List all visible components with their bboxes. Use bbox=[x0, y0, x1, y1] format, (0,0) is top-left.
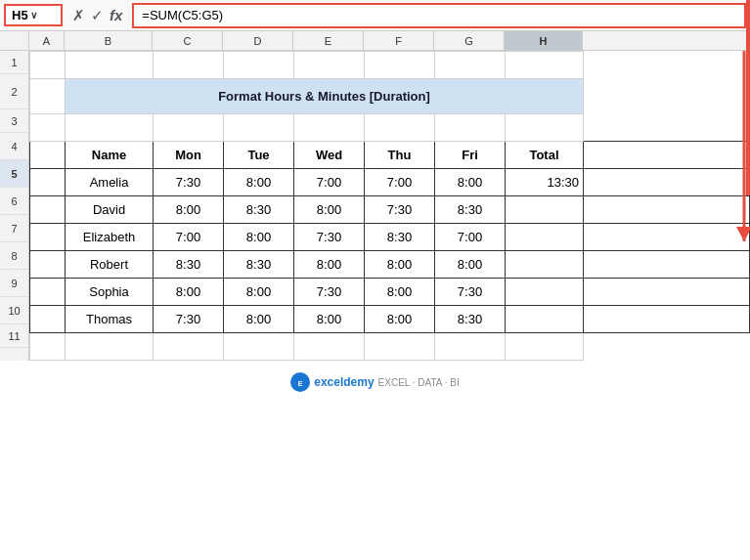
cell-h10[interactable] bbox=[506, 306, 584, 333]
cell-d8[interactable]: 8:30 bbox=[224, 251, 294, 279]
cell-f1[interactable] bbox=[365, 52, 435, 79]
cell-c5[interactable]: 7:30 bbox=[154, 169, 224, 196]
cell-a11[interactable] bbox=[30, 333, 66, 361]
cell-c8[interactable]: 8:30 bbox=[154, 251, 224, 279]
cell-f10[interactable]: 8:00 bbox=[365, 306, 435, 333]
col-header-f[interactable]: F bbox=[364, 31, 434, 50]
col-header-a[interactable]: A bbox=[29, 31, 65, 50]
cell-f4-thu[interactable]: Thu bbox=[365, 142, 435, 169]
cell-rest2 bbox=[584, 79, 750, 114]
fx-icon[interactable]: fx bbox=[110, 7, 122, 23]
cell-c1[interactable] bbox=[154, 52, 224, 79]
cell-d3[interactable] bbox=[224, 114, 294, 142]
cell-b2-title[interactable]: Format Hours & Minutes [Duration] bbox=[66, 79, 584, 114]
cell-f8[interactable]: 8:00 bbox=[365, 251, 435, 279]
cell-d7[interactable]: 8:00 bbox=[224, 224, 294, 251]
cell-a5[interactable] bbox=[30, 169, 66, 196]
cell-c7[interactable]: 7:00 bbox=[154, 224, 224, 251]
cell-g4-fri[interactable]: Fri bbox=[435, 142, 506, 169]
cell-g8[interactable]: 8:00 bbox=[435, 251, 506, 279]
cell-g10[interactable]: 8:30 bbox=[435, 306, 506, 333]
cell-f7[interactable]: 8:30 bbox=[365, 224, 435, 251]
cell-a3[interactable] bbox=[30, 114, 66, 142]
cell-a7[interactable] bbox=[30, 224, 66, 251]
cell-h11[interactable] bbox=[506, 333, 584, 361]
cell-e7[interactable]: 7:30 bbox=[294, 224, 365, 251]
cell-g7[interactable]: 7:00 bbox=[435, 224, 506, 251]
cell-d1[interactable] bbox=[224, 52, 294, 79]
cell-h8[interactable] bbox=[506, 251, 584, 279]
cell-a9[interactable] bbox=[30, 279, 66, 306]
col-header-g[interactable]: G bbox=[434, 31, 505, 50]
cell-b7[interactable]: Elizabeth bbox=[66, 224, 154, 251]
cell-e4-wed[interactable]: Wed bbox=[294, 142, 365, 169]
col-header-h[interactable]: H bbox=[505, 31, 583, 50]
cell-d5[interactable]: 8:00 bbox=[224, 169, 294, 196]
cell-b6[interactable]: David bbox=[66, 196, 154, 224]
cell-a8[interactable] bbox=[30, 251, 66, 279]
cell-c10[interactable]: 7:30 bbox=[154, 306, 224, 333]
col-header-e[interactable]: E bbox=[293, 31, 364, 50]
cell-e1[interactable] bbox=[294, 52, 365, 79]
cell-d6[interactable]: 8:30 bbox=[224, 196, 294, 224]
col-header-d[interactable]: D bbox=[223, 31, 293, 50]
cell-h1[interactable] bbox=[506, 52, 584, 79]
cell-f5[interactable]: 7:00 bbox=[365, 169, 435, 196]
cell-e9[interactable]: 7:30 bbox=[294, 279, 365, 306]
cell-h5-total-amelia[interactable]: 13:30 bbox=[506, 169, 584, 196]
cancel-icon[interactable]: ✗ bbox=[72, 7, 85, 24]
cell-h3[interactable] bbox=[506, 114, 584, 142]
cell-c4-mon[interactable]: Mon bbox=[154, 142, 224, 169]
cell-h7[interactable] bbox=[506, 224, 584, 251]
cell-a2[interactable] bbox=[30, 79, 66, 114]
cell-b10[interactable]: Thomas bbox=[66, 306, 154, 333]
cell-d11[interactable] bbox=[224, 333, 294, 361]
cell-c6[interactable]: 8:00 bbox=[154, 196, 224, 224]
cell-e3[interactable] bbox=[294, 114, 365, 142]
cell-reference-box[interactable]: H5 ∨ bbox=[4, 4, 63, 26]
cell-g6[interactable]: 8:30 bbox=[435, 196, 506, 224]
cell-d10[interactable]: 8:00 bbox=[224, 306, 294, 333]
cell-b9[interactable]: Sophia bbox=[66, 279, 154, 306]
grid-area: Format Hours & Minutes [Duration] bbox=[29, 51, 750, 361]
cell-h4-total[interactable]: Total bbox=[506, 142, 584, 169]
cell-g1[interactable] bbox=[435, 52, 506, 79]
cell-f11[interactable] bbox=[365, 333, 435, 361]
cell-g5[interactable]: 8:00 bbox=[435, 169, 506, 196]
cell-b3[interactable] bbox=[66, 114, 154, 142]
confirm-icon[interactable]: ✓ bbox=[91, 7, 104, 24]
formula-content-box[interactable]: =SUM(C5:G5) bbox=[132, 3, 746, 28]
cell-f9[interactable]: 8:00 bbox=[365, 279, 435, 306]
col-header-c[interactable]: C bbox=[153, 31, 223, 50]
cell-e5[interactable]: 7:00 bbox=[294, 169, 365, 196]
cell-a6[interactable] bbox=[30, 196, 66, 224]
cell-b8[interactable]: Robert bbox=[66, 251, 154, 279]
cell-a1[interactable] bbox=[30, 52, 66, 79]
cell-b1[interactable] bbox=[66, 52, 154, 79]
cell-b4-name[interactable]: Name bbox=[66, 142, 154, 169]
cell-e6[interactable]: 8:00 bbox=[294, 196, 365, 224]
cell-e8[interactable]: 8:00 bbox=[294, 251, 365, 279]
cell-g3[interactable] bbox=[435, 114, 506, 142]
cell-c9[interactable]: 8:00 bbox=[154, 279, 224, 306]
cell-a10[interactable] bbox=[30, 306, 66, 333]
cell-ref-chevron: ∨ bbox=[30, 10, 37, 21]
cell-g11[interactable] bbox=[435, 333, 506, 361]
cell-b11[interactable] bbox=[66, 333, 154, 361]
cell-d9[interactable]: 8:00 bbox=[224, 279, 294, 306]
cell-e10[interactable]: 8:00 bbox=[294, 306, 365, 333]
cell-h6[interactable] bbox=[506, 196, 584, 224]
row-num-1: 1 bbox=[0, 51, 28, 74]
cell-f6[interactable]: 7:30 bbox=[365, 196, 435, 224]
cell-g9[interactable]: 7:30 bbox=[435, 279, 506, 306]
cell-b5[interactable]: Amelia bbox=[66, 169, 154, 196]
cell-f3[interactable] bbox=[365, 114, 435, 142]
cell-h9[interactable] bbox=[506, 279, 584, 306]
cell-e11[interactable] bbox=[294, 333, 365, 361]
row-num-9: 9 bbox=[0, 270, 28, 297]
col-header-b[interactable]: B bbox=[65, 31, 153, 50]
cell-c11[interactable] bbox=[154, 333, 224, 361]
cell-a4[interactable] bbox=[30, 142, 66, 169]
cell-c3[interactable] bbox=[154, 114, 224, 142]
cell-d4-tue[interactable]: Tue bbox=[224, 142, 294, 169]
